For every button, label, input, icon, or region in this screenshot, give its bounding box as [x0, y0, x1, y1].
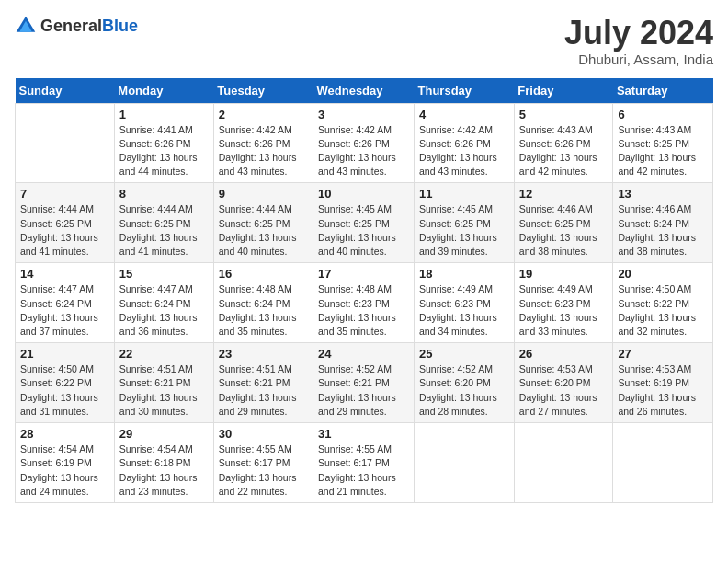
- day-info: Sunrise: 4:44 AMSunset: 6:25 PMDaylight:…: [119, 202, 209, 259]
- day-number: 25: [419, 347, 509, 361]
- day-number: 12: [519, 187, 609, 201]
- day-number: 1: [119, 108, 209, 121]
- day-number: 2: [219, 108, 308, 121]
- day-info: Sunrise: 4:53 AMSunset: 6:20 PMDaylight:…: [519, 362, 609, 419]
- day-info: Sunrise: 4:48 AMSunset: 6:24 PMDaylight:…: [219, 282, 308, 339]
- day-info: Sunrise: 4:42 AMSunset: 6:26 PMDaylight:…: [318, 123, 409, 179]
- day-number: 23: [219, 347, 308, 361]
- day-number: 11: [419, 187, 509, 201]
- day-info: Sunrise: 4:52 AMSunset: 6:20 PMDaylight:…: [419, 362, 509, 419]
- calendar-cell: 7Sunrise: 4:44 AMSunset: 6:25 PMDaylight…: [16, 183, 115, 263]
- calendar-table: SundayMondayTuesdayWednesdayThursdayFrid…: [15, 78, 713, 503]
- calendar-cell: 30Sunrise: 4:55 AMSunset: 6:17 PMDayligh…: [213, 423, 313, 503]
- calendar-cell: 8Sunrise: 4:44 AMSunset: 6:25 PMDaylight…: [114, 183, 213, 263]
- calendar-cell: 24Sunrise: 4:52 AMSunset: 6:21 PMDayligh…: [313, 343, 415, 423]
- day-number: 30: [219, 427, 308, 441]
- calendar-cell: 22Sunrise: 4:51 AMSunset: 6:21 PMDayligh…: [114, 343, 213, 423]
- calendar-cell: 20Sunrise: 4:50 AMSunset: 6:22 PMDayligh…: [613, 263, 713, 343]
- day-number: 7: [20, 187, 109, 201]
- calendar-cell: 28Sunrise: 4:54 AMSunset: 6:19 PMDayligh…: [16, 423, 115, 503]
- day-number: 24: [318, 347, 409, 361]
- day-number: 19: [519, 267, 609, 281]
- day-number: 15: [119, 267, 209, 281]
- day-number: 17: [318, 267, 409, 281]
- calendar-week-row: 21Sunrise: 4:50 AMSunset: 6:22 PMDayligh…: [16, 343, 713, 423]
- day-number: 10: [318, 187, 409, 201]
- title-area: July 2024 Dhuburi, Assam, India: [564, 15, 713, 67]
- calendar-cell: 17Sunrise: 4:48 AMSunset: 6:23 PMDayligh…: [313, 263, 415, 343]
- day-info: Sunrise: 4:50 AMSunset: 6:22 PMDaylight:…: [20, 362, 109, 419]
- logo: GeneralBlue: [15, 15, 138, 37]
- day-info: Sunrise: 4:42 AMSunset: 6:26 PMDaylight:…: [219, 123, 308, 179]
- header-day-thursday: Thursday: [415, 78, 515, 104]
- day-info: Sunrise: 4:46 AMSunset: 6:24 PMDaylight:…: [618, 202, 708, 259]
- day-info: Sunrise: 4:49 AMSunset: 6:23 PMDaylight:…: [419, 282, 509, 339]
- calendar-week-row: 28Sunrise: 4:54 AMSunset: 6:19 PMDayligh…: [16, 423, 713, 503]
- calendar-cell: 2Sunrise: 4:42 AMSunset: 6:26 PMDaylight…: [213, 103, 313, 183]
- page-header: GeneralBlue July 2024 Dhuburi, Assam, In…: [15, 15, 713, 67]
- day-number: 14: [20, 267, 109, 281]
- calendar-cell: 1Sunrise: 4:41 AMSunset: 6:26 PMDaylight…: [114, 103, 213, 183]
- calendar-week-row: 14Sunrise: 4:47 AMSunset: 6:24 PMDayligh…: [16, 263, 713, 343]
- header-day-wednesday: Wednesday: [313, 78, 415, 104]
- day-number: 22: [119, 347, 209, 361]
- month-year-title: July 2024: [564, 15, 713, 52]
- day-info: Sunrise: 4:51 AMSunset: 6:21 PMDaylight:…: [119, 362, 209, 419]
- calendar-cell: [514, 423, 613, 503]
- day-info: Sunrise: 4:43 AMSunset: 6:25 PMDaylight:…: [618, 123, 708, 179]
- calendar-cell: 21Sunrise: 4:50 AMSunset: 6:22 PMDayligh…: [16, 343, 115, 423]
- calendar-week-row: 1Sunrise: 4:41 AMSunset: 6:26 PMDaylight…: [16, 103, 713, 183]
- calendar-cell: 16Sunrise: 4:48 AMSunset: 6:24 PMDayligh…: [213, 263, 313, 343]
- day-number: 9: [219, 187, 308, 201]
- day-info: Sunrise: 4:46 AMSunset: 6:25 PMDaylight:…: [519, 202, 609, 259]
- logo-text-blue: Blue: [102, 17, 138, 35]
- calendar-cell: 13Sunrise: 4:46 AMSunset: 6:24 PMDayligh…: [613, 183, 713, 263]
- calendar-cell: 18Sunrise: 4:49 AMSunset: 6:23 PMDayligh…: [415, 263, 515, 343]
- header-day-monday: Monday: [114, 78, 213, 104]
- day-number: 8: [119, 187, 209, 201]
- header-day-friday: Friday: [514, 78, 613, 104]
- day-number: 26: [519, 347, 609, 361]
- calendar-cell: 23Sunrise: 4:51 AMSunset: 6:21 PMDayligh…: [213, 343, 313, 423]
- calendar-cell: 27Sunrise: 4:53 AMSunset: 6:19 PMDayligh…: [613, 343, 713, 423]
- day-info: Sunrise: 4:49 AMSunset: 6:23 PMDaylight:…: [519, 282, 609, 339]
- day-number: 28: [20, 427, 109, 441]
- day-number: 20: [618, 267, 708, 281]
- calendar-cell: 15Sunrise: 4:47 AMSunset: 6:24 PMDayligh…: [114, 263, 213, 343]
- calendar-cell: 5Sunrise: 4:43 AMSunset: 6:26 PMDaylight…: [514, 103, 613, 183]
- day-number: 6: [618, 108, 708, 121]
- header-day-sunday: Sunday: [16, 78, 115, 104]
- day-info: Sunrise: 4:54 AMSunset: 6:19 PMDaylight:…: [20, 442, 109, 499]
- day-info: Sunrise: 4:41 AMSunset: 6:26 PMDaylight:…: [119, 123, 209, 179]
- day-info: Sunrise: 4:45 AMSunset: 6:25 PMDaylight:…: [419, 202, 509, 259]
- day-info: Sunrise: 4:47 AMSunset: 6:24 PMDaylight:…: [20, 282, 109, 339]
- day-info: Sunrise: 4:53 AMSunset: 6:19 PMDaylight:…: [618, 362, 708, 419]
- calendar-week-row: 7Sunrise: 4:44 AMSunset: 6:25 PMDaylight…: [16, 183, 713, 263]
- day-number: 21: [20, 347, 109, 361]
- logo-icon: [15, 15, 37, 37]
- day-number: 5: [519, 108, 609, 121]
- day-number: 13: [618, 187, 708, 201]
- calendar-cell: 14Sunrise: 4:47 AMSunset: 6:24 PMDayligh…: [16, 263, 115, 343]
- day-number: 18: [419, 267, 509, 281]
- calendar-cell: 3Sunrise: 4:42 AMSunset: 6:26 PMDaylight…: [313, 103, 415, 183]
- calendar-cell: [415, 423, 515, 503]
- logo-text-general: General: [40, 17, 102, 35]
- calendar-cell: 10Sunrise: 4:45 AMSunset: 6:25 PMDayligh…: [313, 183, 415, 263]
- calendar-cell: 29Sunrise: 4:54 AMSunset: 6:18 PMDayligh…: [114, 423, 213, 503]
- day-info: Sunrise: 4:48 AMSunset: 6:23 PMDaylight:…: [318, 282, 409, 339]
- day-info: Sunrise: 4:47 AMSunset: 6:24 PMDaylight:…: [119, 282, 209, 339]
- header-day-saturday: Saturday: [613, 78, 713, 104]
- calendar-cell: [16, 103, 115, 183]
- calendar-cell: 31Sunrise: 4:55 AMSunset: 6:17 PMDayligh…: [313, 423, 415, 503]
- calendar-header-row: SundayMondayTuesdayWednesdayThursdayFrid…: [16, 78, 713, 104]
- calendar-cell: 11Sunrise: 4:45 AMSunset: 6:25 PMDayligh…: [415, 183, 515, 263]
- day-info: Sunrise: 4:43 AMSunset: 6:26 PMDaylight:…: [519, 123, 609, 179]
- calendar-cell: 12Sunrise: 4:46 AMSunset: 6:25 PMDayligh…: [514, 183, 613, 263]
- calendar-cell: [613, 423, 713, 503]
- day-number: 3: [318, 108, 409, 121]
- day-number: 31: [318, 427, 409, 441]
- day-number: 27: [618, 347, 708, 361]
- day-number: 16: [219, 267, 308, 281]
- day-info: Sunrise: 4:55 AMSunset: 6:17 PMDaylight:…: [219, 442, 308, 499]
